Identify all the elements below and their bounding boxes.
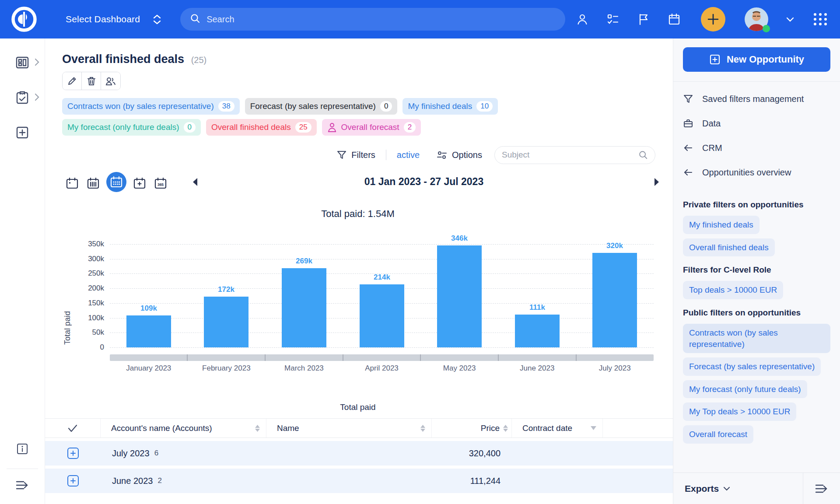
chevron-down-icon[interactable] (786, 13, 794, 26)
scrollbar-segment[interactable] (110, 354, 188, 361)
sort-arrows-icon[interactable] (255, 425, 260, 432)
column-header-label: Name (277, 424, 299, 433)
contacts-icon[interactable] (576, 13, 589, 26)
quick-add-button[interactable] (701, 7, 725, 32)
scrollbar-segment[interactable] (188, 354, 266, 361)
column-header-check[interactable] (45, 419, 101, 438)
info-icon[interactable] (16, 442, 29, 457)
calendar-custom-range-icon[interactable] (132, 175, 147, 191)
filter-chip[interactable]: Contracts won (by sales representative)3… (62, 98, 240, 115)
bar-march-2023[interactable] (282, 268, 326, 347)
tasks-icon[interactable] (606, 13, 620, 26)
saved-filter-chip[interactable]: My finished deals (683, 216, 760, 234)
sidebar-footer: Exports (673, 472, 840, 504)
check-icon[interactable] (68, 424, 77, 432)
scrollbar-segment[interactable] (577, 354, 654, 361)
filters-button[interactable]: Filters (336, 150, 375, 160)
previous-period-arrow[interactable] (192, 178, 198, 188)
bar-february-2023[interactable] (204, 297, 248, 347)
bar-january-2023[interactable] (126, 315, 171, 347)
flag-icon[interactable] (637, 13, 650, 26)
column-header-price[interactable]: Price (432, 419, 512, 438)
nav-dashboards[interactable] (0, 55, 45, 70)
exports-button[interactable]: Exports (673, 473, 803, 504)
subject-input[interactable] (502, 150, 638, 160)
sort-arrows-icon[interactable] (420, 425, 425, 432)
filter-chip[interactable]: My finished deals10 (402, 98, 498, 115)
column-header-account-s-name-accounts-[interactable]: Account's name (Accounts) (101, 419, 266, 438)
bar-may-2023[interactable] (437, 245, 482, 347)
filter-chip[interactable]: Overall finished deals25 (206, 119, 317, 136)
table-row[interactable]: July 20236320,400 (45, 441, 673, 466)
saved-filter-chip[interactable]: My forecast (only future deals) (683, 380, 807, 399)
delete-button[interactable] (82, 72, 101, 90)
saved-filter-chip[interactable]: Overall forecast (683, 425, 753, 444)
sidebar-item-crm[interactable]: CRM (683, 142, 830, 154)
filter-section-heading: Filters for C-level Role (683, 265, 830, 275)
filter-section-heading: Private filters on opportunities (683, 200, 830, 210)
y-axis-ticks: 350k300k250k200k150k100k50k0 (62, 244, 104, 347)
column-header-name[interactable]: Name (266, 419, 432, 438)
exports-label: Exports (685, 483, 719, 494)
scrollbar-segment[interactable] (266, 354, 343, 361)
active-filters-link[interactable]: active (397, 150, 420, 160)
expand-row-icon[interactable] (67, 475, 79, 486)
calendar-icon[interactable] (668, 13, 681, 26)
new-opportunity-button[interactable]: New Opportunity (683, 47, 830, 72)
bar-april-2023[interactable] (360, 284, 404, 347)
scrollbar-segment[interactable] (499, 354, 577, 361)
calendar-year-icon[interactable]: 365 (153, 175, 168, 191)
scrollbar-segment[interactable] (421, 354, 499, 361)
expand-sidebar-icon[interactable] (15, 480, 30, 493)
filters-options-row: Filters active Options (62, 145, 673, 164)
column-header-contract-date[interactable]: Contract date (512, 419, 603, 438)
apps-grid-icon[interactable] (812, 13, 829, 26)
dashboard-selector[interactable]: Select Dashboard (66, 14, 161, 24)
collapse-sidebar-icon[interactable] (803, 473, 840, 504)
sidebar-menu: Saved filters managementDataCRMOpportuni… (683, 82, 830, 191)
row-group-label: July 2023 (112, 448, 150, 458)
gridline (110, 244, 654, 245)
filter-chip[interactable]: Forecast (by sales representative)0 (245, 98, 398, 115)
options-button[interactable]: Options (436, 150, 482, 160)
share-users-button[interactable] (101, 72, 120, 90)
chevron-right-icon[interactable] (35, 58, 39, 68)
app-logo-icon[interactable] (11, 7, 37, 32)
chevron-right-icon[interactable] (35, 93, 39, 103)
filter-chip[interactable]: My forecast (only future deals)0 (62, 119, 201, 136)
saved-filter-chip[interactable]: Top deals > 10000 EUR (683, 281, 783, 299)
bar-june-2023[interactable] (515, 315, 560, 347)
scrollbar-segment[interactable] (343, 354, 421, 361)
calendar-month-icon-active[interactable] (106, 172, 126, 192)
user-avatar[interactable] (745, 7, 768, 31)
sidebar-item-opportunities-overview[interactable]: Opportunities overview (683, 167, 830, 178)
chart-horizontal-scrollbar[interactable] (110, 354, 654, 361)
edit-button[interactable] (63, 72, 82, 90)
next-period-arrow[interactable] (654, 178, 660, 188)
search-input[interactable] (206, 14, 556, 24)
calendar-week-icon[interactable] (85, 175, 101, 191)
saved-filter-chip[interactable]: Forecast (by sales representative) (683, 357, 821, 376)
filter-chip[interactable]: Overall forecast2 (322, 119, 421, 136)
subject-search[interactable] (494, 146, 655, 164)
sort-arrows-icon[interactable] (503, 425, 508, 432)
nav-activities[interactable] (0, 90, 45, 105)
bar-value-label: 172k (204, 285, 248, 294)
row-name-cell (266, 469, 432, 493)
sidebar-item-saved-filters-management[interactable]: Saved filters management (683, 93, 830, 105)
filter-dropdown-icon[interactable] (591, 426, 596, 430)
saved-filter-chip[interactable]: My Top deals > 10000 EUR (683, 402, 796, 421)
saved-filter-chip[interactable]: Contracts won (by sales representative) (683, 324, 830, 353)
nav-create-new[interactable] (0, 125, 45, 140)
page-title-text: Overall finished deals (62, 52, 184, 66)
expand-row-icon[interactable] (67, 448, 79, 459)
column-header-spacer[interactable] (603, 419, 673, 438)
y-tick-label: 200k (88, 284, 104, 293)
bar-july-2023[interactable] (592, 253, 637, 347)
sidebar-item-data[interactable]: Data (683, 118, 830, 129)
y-tick-label: 300k (88, 255, 104, 263)
table-row[interactable]: June 20232111,244 (45, 469, 673, 493)
global-search[interactable] (180, 8, 565, 31)
calendar-day-icon[interactable] (64, 175, 80, 191)
saved-filter-chip[interactable]: Overall finished deals (683, 238, 775, 257)
